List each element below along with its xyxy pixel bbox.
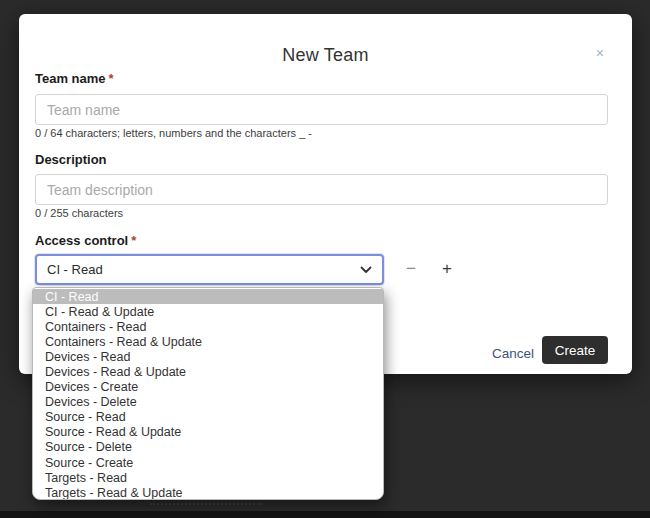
page-backdrop: { "modal": { "title": "New Team", "close…	[0, 0, 650, 518]
dropdown-option[interactable]: Devices - Create	[33, 380, 383, 395]
description-label-text: Description	[35, 152, 107, 167]
dropdown-option[interactable]: Targets - Read	[33, 470, 383, 485]
dropdown-option[interactable]: Devices - Delete	[33, 395, 383, 410]
background-bottom-strip	[0, 511, 650, 518]
chevron-down-icon	[360, 266, 372, 274]
description-label: Description	[35, 152, 107, 167]
create-button[interactable]: Create	[542, 336, 608, 364]
background-dotted-line	[150, 503, 262, 505]
dialog-title: New Team	[19, 45, 632, 66]
dropdown-option[interactable]: Devices - Read	[33, 349, 383, 364]
dropdown-option[interactable]: CI - Read & Update	[33, 304, 383, 319]
dropdown-option[interactable]: Source - Read	[33, 410, 383, 425]
access-control-label-text: Access control	[35, 233, 128, 248]
dropdown-option[interactable]: CI - Read	[33, 289, 383, 304]
access-control-dropdown-list: CI - ReadCI - Read & UpdateContainers - …	[32, 287, 384, 500]
dropdown-option[interactable]: Containers - Read & Update	[33, 334, 383, 349]
team-name-label-text: Team name	[35, 71, 106, 86]
close-icon[interactable]: ×	[596, 46, 604, 60]
access-control-select[interactable]: CI - Read	[35, 254, 384, 285]
dropdown-option[interactable]: Source - Delete	[33, 440, 383, 455]
dropdown-option[interactable]: Source - Create	[33, 455, 383, 470]
description-helper: 0 / 255 characters	[35, 207, 123, 219]
cancel-button[interactable]: Cancel	[485, 343, 541, 363]
required-asterisk: *	[109, 71, 114, 86]
team-name-helper: 0 / 64 characters; letters, numbers and …	[35, 127, 312, 139]
access-control-label: Access control*	[35, 233, 136, 248]
access-control-selected-value: CI - Read	[47, 262, 103, 277]
dropdown-option[interactable]: Targets - Read & Update	[33, 485, 383, 500]
dropdown-option[interactable]: Source - Read & Update	[33, 425, 383, 440]
minus-icon: −	[406, 259, 416, 278]
remove-access-control-button[interactable]: −	[400, 261, 422, 279]
plus-icon: +	[442, 259, 452, 278]
required-asterisk: *	[131, 233, 136, 248]
team-name-label: Team name*	[35, 71, 114, 86]
team-name-input[interactable]	[35, 94, 608, 125]
dropdown-option[interactable]: Devices - Read & Update	[33, 364, 383, 379]
add-access-control-button[interactable]: +	[436, 261, 458, 279]
description-input[interactable]	[35, 174, 608, 205]
dropdown-option[interactable]: Containers - Read	[33, 319, 383, 334]
